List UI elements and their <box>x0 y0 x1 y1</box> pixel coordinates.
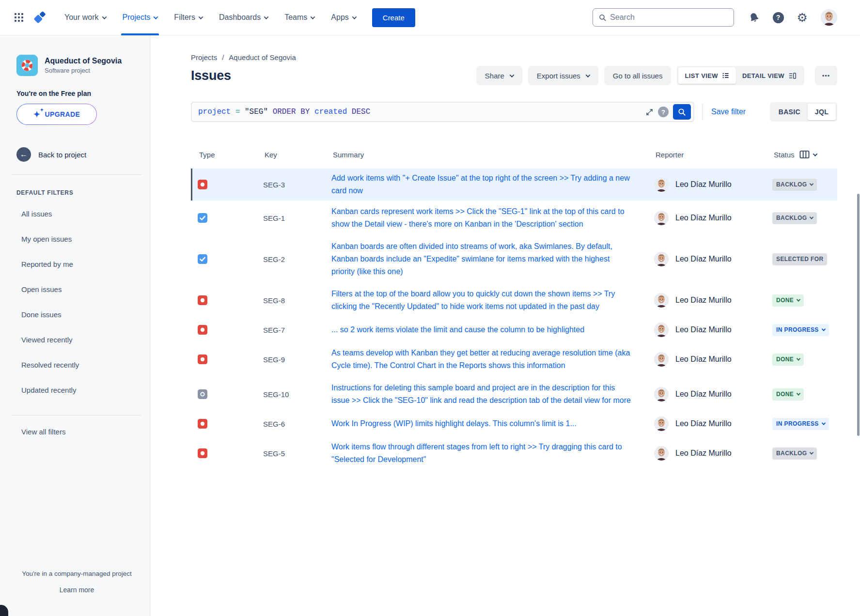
reporter-avatar <box>654 446 669 461</box>
project-header[interactable]: Aqueduct of Segovia Software project <box>16 55 137 76</box>
sidebar-filter-item[interactable]: Reported by me <box>16 251 137 277</box>
upgrade-button[interactable]: ✦✦ UPGRADE <box>16 104 97 125</box>
nav-item-label: Filters <box>174 13 195 22</box>
filter-bar: project = "SEG" ORDER BY created DESC ? <box>191 102 837 122</box>
run-query-button[interactable] <box>673 104 691 120</box>
issue-key[interactable]: SEG-3 <box>256 181 331 189</box>
issue-row[interactable]: SEG-8 Filters at the top of the board al… <box>191 283 837 318</box>
issue-summary-link[interactable]: Kanban boards are often divided into str… <box>331 242 612 276</box>
sidebar-filter-item[interactable]: Viewed recently <box>16 327 137 352</box>
issue-key[interactable]: SEG-7 <box>256 326 331 334</box>
jql-input[interactable]: project = "SEG" ORDER BY created DESC ? <box>191 102 694 122</box>
help-button[interactable]: ? <box>773 12 784 23</box>
breadcrumb-project-name[interactable]: Aqueduct of Segovia <box>229 53 296 62</box>
columns-icon <box>799 150 810 159</box>
type-cell <box>192 448 256 458</box>
status-dropdown[interactable]: BACKLOG <box>772 447 817 460</box>
status-dropdown[interactable]: BACKLOG <box>772 212 817 224</box>
chevron-down-icon <box>810 450 813 454</box>
notifications-button[interactable] <box>749 12 760 23</box>
vertical-scrollbar[interactable] <box>857 194 860 436</box>
issue-summary-link[interactable]: Filters at the top of the board allow yo… <box>331 290 615 310</box>
chevron-down-icon <box>813 152 817 156</box>
jira-logo-icon[interactable] <box>30 8 49 27</box>
nav-item[interactable]: Dashboards <box>211 0 276 35</box>
list-view-toggle[interactable]: LIST VIEW <box>678 67 736 84</box>
sidebar-filter-item[interactable]: All issues <box>16 201 137 226</box>
user-avatar[interactable] <box>821 9 837 26</box>
view-all-filters-link[interactable]: View all filters <box>16 424 137 439</box>
jql-mode-button[interactable]: JQL <box>808 104 836 120</box>
go-to-all-issues-button[interactable]: Go to all issues <box>604 66 672 85</box>
issue-type-icon <box>198 254 207 264</box>
nav-item[interactable]: Teams <box>276 0 323 35</box>
breadcrumb-projects[interactable]: Projects <box>191 53 217 62</box>
detail-view-toggle[interactable]: DETAIL VIEW <box>736 67 803 84</box>
issue-key[interactable]: SEG-2 <box>256 255 331 263</box>
app-switcher-icon[interactable] <box>11 9 27 26</box>
sidebar-filter-item[interactable]: Updated recently <box>16 377 137 402</box>
nav-item-label: Apps <box>331 13 348 22</box>
back-to-project[interactable]: ← Back to project <box>16 147 137 162</box>
nav-item[interactable]: Your work <box>56 0 114 35</box>
issue-row[interactable]: SEG-1 Kanban cards represent work items … <box>191 200 837 235</box>
issue-key[interactable]: SEG-5 <box>256 449 331 458</box>
issue-key[interactable]: SEG-9 <box>256 355 331 364</box>
syntax-help-icon[interactable]: ? <box>658 107 669 117</box>
type-cell <box>192 325 256 335</box>
issue-key[interactable]: SEG-1 <box>256 214 331 222</box>
issue-summary-link[interactable]: Work In Progress (WIP) limits highlight … <box>331 419 577 428</box>
issue-row[interactable]: SEG-9 As teams develop with Kanban they … <box>191 342 837 377</box>
global-search[interactable] <box>593 8 734 27</box>
reporter-cell: Leo Díaz Murillo <box>641 177 763 192</box>
nav-item[interactable]: Projects <box>114 0 166 35</box>
sidebar-filter-item[interactable]: Open issues <box>16 277 137 302</box>
more-actions-button[interactable]: ••• <box>815 66 837 85</box>
issue-key[interactable]: SEG-10 <box>256 390 331 399</box>
issue-summary-link[interactable]: Add work items with "+ Create Issue" at … <box>331 174 630 195</box>
issues-table: Type Key Summary Reporter Status <box>191 148 837 471</box>
chevron-down-icon <box>822 421 826 425</box>
issue-row[interactable]: SEG-6 Work In Progress (WIP) limits high… <box>191 412 837 436</box>
configure-columns-button[interactable] <box>799 150 817 159</box>
save-filter-link[interactable]: Save filter <box>711 108 746 116</box>
nav-item-label: Teams <box>284 13 307 22</box>
sidebar-filter-item[interactable]: Resolved recently <box>16 352 137 377</box>
status-cell: BACKLOG <box>763 447 837 460</box>
list-view-label: LIST VIEW <box>685 72 718 79</box>
export-issues-button[interactable]: Export issues <box>528 66 598 85</box>
issue-summary-link[interactable]: Kanban cards represent work items >> Cli… <box>331 207 625 228</box>
sidebar-filter-item[interactable]: My open issues <box>16 226 137 251</box>
status-dropdown[interactable]: DONE <box>772 354 804 366</box>
issue-summary-link[interactable]: Work items flow through different stages… <box>331 443 622 463</box>
settings-button[interactable]: ⚙ <box>797 12 808 24</box>
status-dropdown[interactable]: IN PROGRESS <box>772 418 829 430</box>
issue-row[interactable]: SEG-2 Kanban boards are often divided in… <box>191 235 837 283</box>
issue-key[interactable]: SEG-6 <box>256 420 331 428</box>
sidebar-filter-item[interactable]: Done issues <box>16 302 137 327</box>
create-button[interactable]: Create <box>372 8 415 27</box>
issue-key[interactable]: SEG-8 <box>256 296 331 305</box>
learn-more-link[interactable]: Learn more <box>60 586 94 594</box>
issue-row[interactable]: SEG-3 Add work items with "+ Create Issu… <box>191 169 837 200</box>
issue-row[interactable]: SEG-7 ... so 2 work items violate the li… <box>191 318 837 342</box>
summary-cell: ... so 2 work items violate the limit an… <box>331 323 641 336</box>
issue-type-icon <box>198 180 207 189</box>
status-dropdown[interactable]: SELECTED FOR <box>772 253 827 265</box>
issue-summary-link[interactable]: As teams develop with Kanban they get be… <box>331 349 630 370</box>
issue-summary-link[interactable]: Instructions for deleting this sample bo… <box>331 384 631 404</box>
issue-row[interactable]: SEG-5 Work items flow through different … <box>191 436 837 471</box>
search-input[interactable] <box>610 13 728 22</box>
status-dropdown[interactable]: DONE <box>772 388 804 400</box>
nav-item[interactable]: Apps <box>323 0 364 35</box>
issue-summary-link[interactable]: ... so 2 work items violate the limit an… <box>331 325 584 334</box>
status-dropdown[interactable]: BACKLOG <box>772 179 817 191</box>
expand-editor-button[interactable] <box>645 108 654 116</box>
share-button[interactable]: Share <box>476 66 522 85</box>
status-dropdown[interactable]: DONE <box>772 294 804 307</box>
nav-item[interactable]: Filters <box>166 0 211 35</box>
issue-row[interactable]: SEG-10 Instructions for deleting this sa… <box>191 377 837 412</box>
basic-mode-button[interactable]: BASIC <box>771 104 808 120</box>
status-dropdown[interactable]: IN PROGRESS <box>772 324 829 336</box>
issue-type-icon <box>198 448 207 458</box>
